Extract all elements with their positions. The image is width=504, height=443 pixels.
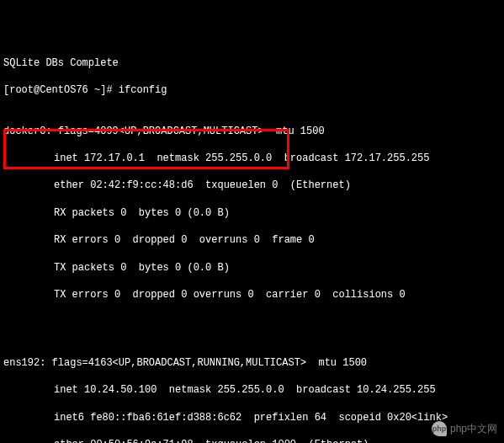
shell-prompt[interactable]: [root@CentOS76 ~]# ifconfig xyxy=(3,83,501,97)
iface-docker0-inet: inet 172.17.0.1 netmask 255.255.0.0 broa… xyxy=(3,152,501,165)
iface-docker0-flags: docker0: flags=4099<UP,BROADCAST,MULTICA… xyxy=(3,125,501,138)
watermark-text: php中文网 xyxy=(450,422,497,435)
iface-docker0-rxe: RX errors 0 dropped 0 overruns 0 frame 0 xyxy=(3,233,501,247)
iface-ens192-inet6: inet6 fe80::fba6:61ef:d388:6c62 prefixle… xyxy=(3,411,501,424)
php-logo-icon: php xyxy=(432,421,447,436)
watermark: php php中文网 xyxy=(432,421,497,436)
status-line: SQLite DBs Complete xyxy=(3,56,501,70)
iface-ens192-inet: inet 10.24.50.100 netmask 255.255.0.0 br… xyxy=(3,383,501,397)
blank-line xyxy=(3,315,501,328)
iface-docker0-ether: ether 02:42:f9:cc:48:d6 txqueuelen 0 (Et… xyxy=(3,179,501,192)
iface-ens192-flags: ens192: flags=4163<UP,BROADCAST,RUNNING,… xyxy=(3,356,501,370)
iface-docker0-txe: TX errors 0 dropped 0 overruns 0 carrier… xyxy=(3,288,501,302)
iface-ens192-ether: ether 00:50:56:9a:71:98 txqueuelen 1000 … xyxy=(3,438,501,443)
iface-docker0-txp: TX packets 0 bytes 0 (0.0 B) xyxy=(3,261,501,275)
iface-docker0-rxp: RX packets 0 bytes 0 (0.0 B) xyxy=(3,206,501,220)
